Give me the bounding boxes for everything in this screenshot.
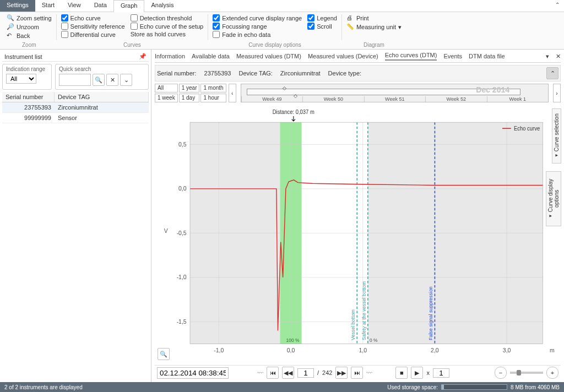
cb-diff-label: Differential curve (70, 31, 116, 38)
tab-graph[interactable]: Graph (113, 0, 145, 12)
back-button[interactable]: ↶Back (7, 32, 52, 40)
zoom-out-icon[interactable]: − (495, 367, 507, 379)
quick-search-input[interactable] (59, 74, 91, 86)
timeline-month-label: Dec 2014 (476, 85, 509, 94)
svg-text:Safety at the vessel bottom: Safety at the vessel bottom (361, 281, 367, 340)
cb-focus-range[interactable]: Focussing range (213, 23, 302, 30)
search-icon[interactable]: 🔍 (93, 74, 105, 86)
week-label: Week 49 (241, 96, 302, 102)
col-serial[interactable]: Serial number (2, 92, 55, 102)
timeline-next[interactable]: › (553, 84, 561, 102)
svg-text:100 %: 100 % (286, 337, 300, 343)
timeline[interactable]: ◇ ◇ Dec 2014 Week 49 Week 50 Week 51 Wee… (241, 84, 549, 102)
group-diagram-label: Diagram (342, 42, 406, 48)
expand-icon[interactable]: ⌄ (120, 74, 132, 86)
last-icon[interactable]: ⏭ (351, 367, 363, 379)
cb-legend[interactable]: Legend (307, 14, 337, 21)
measuring-unit-button[interactable]: 📏Measuring unit ▾ (346, 23, 402, 31)
row-sn: 99999999 (2, 113, 55, 123)
timestamp-field[interactable] (157, 367, 229, 379)
chart-zoom-icon[interactable]: 🔍 (158, 348, 170, 360)
zoom-setting-button[interactable]: 🔍Zoom setting (7, 14, 52, 22)
subtab-echo[interactable]: Echo curves (DTM) (385, 52, 437, 61)
subtab-mv-dtm[interactable]: Measured values (DTM) (236, 53, 301, 59)
svg-text:V: V (164, 227, 169, 234)
time-week[interactable]: 1 week (155, 94, 178, 102)
subtab-close-icon[interactable]: ✕ (556, 53, 561, 60)
cb-echo-label: Echo curve (70, 15, 101, 21)
unit-label: Measuring unit (356, 24, 396, 30)
tab-settings[interactable]: Settings (0, 0, 35, 12)
tab-view[interactable]: View (61, 0, 88, 12)
pin-icon[interactable]: 📌 (139, 53, 147, 60)
quick-search-group: Quick search 🔍 ✕ ⌄ (55, 64, 149, 90)
tab-analysis[interactable]: Analysis (144, 0, 180, 12)
col-tag[interactable]: Device TAG (55, 92, 149, 102)
group-display-label: Curve display options (208, 42, 341, 48)
zoom-slider[interactable] (510, 372, 543, 374)
subtab-events[interactable]: Events (443, 53, 462, 59)
zoom-in-icon[interactable]: + (546, 367, 558, 379)
play-icon[interactable]: ▶ (411, 367, 423, 379)
cb-detection[interactable]: Detection threshold (131, 14, 204, 21)
speed-field[interactable] (433, 368, 449, 378)
svg-text:-0,5: -0,5 (177, 229, 187, 236)
hdr-type-lbl: Device type: (328, 70, 362, 77)
cb-scroll[interactable]: Scroll (307, 23, 337, 30)
table-row[interactable]: 23755393 Zirconiumnitrat (2, 102, 149, 113)
cb-fade-echo[interactable]: Fade in echo data (213, 31, 302, 38)
clear-icon[interactable]: ✕ (106, 74, 118, 86)
step-fwd-icon[interactable]: ▶▶ (335, 367, 348, 379)
speed-x: x (426, 369, 430, 376)
cb-differential[interactable]: Differential curve (61, 31, 125, 38)
timeline-prev[interactable]: ‹ (229, 84, 236, 102)
group-zoom-label: Zoom (2, 42, 56, 48)
subtab-dtmfile[interactable]: DTM data file (469, 53, 505, 59)
subtab-info[interactable]: Information (155, 53, 185, 59)
row-tag: Zirconiumnitrat (55, 102, 149, 112)
cb-sensitivity[interactable]: Sensitivity reference (61, 23, 125, 30)
svg-text:0,0: 0,0 (287, 347, 295, 353)
next-curve-icon[interactable]: 〰 (366, 369, 372, 376)
position-field[interactable] (297, 368, 314, 378)
time-hour[interactable]: 1 hour (200, 94, 226, 102)
storage-value: 8 MB from 4060 MB (511, 384, 560, 390)
time-all[interactable]: All (155, 84, 178, 92)
tab-start[interactable]: Start (35, 0, 61, 12)
position-total: 242 (322, 369, 332, 376)
side-curve-selection[interactable]: ◂ Curve selection (552, 108, 561, 164)
print-button[interactable]: 🖨Print (346, 14, 402, 22)
svg-text:0,0: 0,0 (178, 185, 187, 192)
collapse-header-icon[interactable]: ⌃ (546, 67, 558, 79)
svg-text:Vessel bottom: Vessel bottom (350, 309, 356, 340)
time-year[interactable]: 1 year (179, 84, 200, 92)
subtab-available[interactable]: Available data (192, 53, 230, 59)
side-curve-options[interactable]: ◂ Curve display options (546, 171, 561, 226)
time-month[interactable]: 1 month (200, 84, 226, 92)
unzoom-button[interactable]: 🔎Unzoom (7, 23, 52, 31)
tabbar-filler (180, 0, 551, 12)
cb-setup-echo[interactable]: Echo curve of the setup (131, 23, 204, 30)
chart-area[interactable]: 0,50,0-0,5-1,0-1,5-1,00,01,02,03,0mVVess… (155, 105, 561, 363)
stop-icon[interactable]: ■ (395, 367, 408, 379)
store-hold-button[interactable]: Store as hold curves (131, 31, 204, 37)
first-icon[interactable]: ⏮ (267, 367, 279, 379)
step-back-icon[interactable]: ◀◀ (282, 367, 294, 379)
collapse-ribbon-icon[interactable]: ⌃ (551, 0, 564, 12)
table-row[interactable]: 99999999 Sensor (2, 113, 149, 123)
hdr-tag: Zirconiumnitrat (280, 70, 321, 77)
zoom-setting-label: Zoom setting (17, 15, 52, 21)
group-curves-label: Curves (57, 42, 208, 48)
row-tag: Sensor (55, 113, 149, 123)
tab-data[interactable]: Data (88, 0, 113, 12)
subtab-mv-dev[interactable]: Measured values (Device) (308, 53, 378, 59)
cb-extended-range[interactable]: Extended curve display range (213, 14, 302, 21)
subtab-menu-icon[interactable]: ▾ (546, 53, 549, 60)
print-icon: 🖨 (346, 14, 354, 22)
cb-echo-curve[interactable]: Echo curve (61, 14, 125, 21)
handle-top-icon[interactable]: ◇ (283, 85, 286, 91)
prev-curve-icon[interactable]: 〰 (257, 369, 263, 376)
svg-text:0 %: 0 % (370, 337, 378, 343)
indication-range-select[interactable]: All (6, 74, 36, 84)
time-day[interactable]: 1 day (179, 94, 200, 102)
